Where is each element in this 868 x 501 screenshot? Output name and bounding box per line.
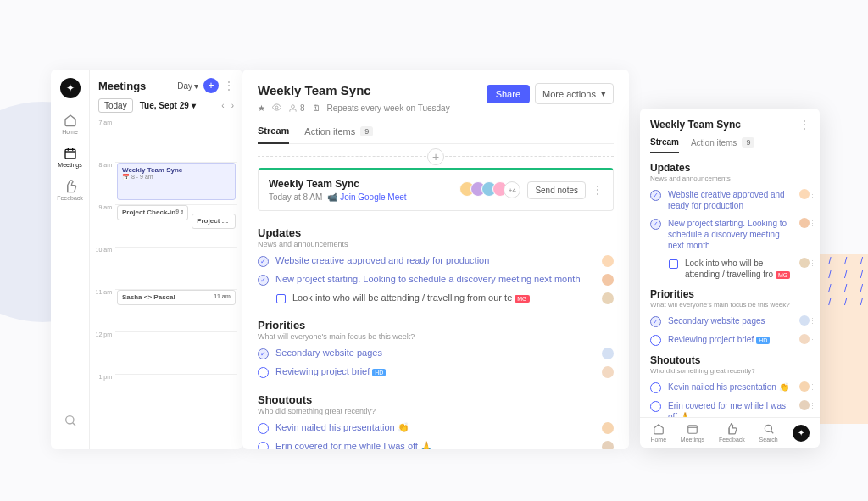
checkbox-icon[interactable]	[276, 294, 286, 303]
meeting-detail-panel: Weekly Team Sync ★ 8 🗓 Repeats every wee…	[242, 70, 629, 449]
session-menu-icon[interactable]: ⋮	[593, 184, 603, 196]
user-tag: HD	[372, 369, 386, 376]
checkbox-open-icon[interactable]	[650, 401, 661, 412]
checkbox-icon[interactable]	[669, 259, 678, 269]
today-button[interactable]: Today	[98, 98, 133, 113]
svg-point-6	[275, 106, 278, 109]
nav-search[interactable]	[64, 414, 77, 429]
item-menu-icon[interactable]: ⋮	[809, 383, 816, 392]
checkbox-open-icon[interactable]	[258, 367, 269, 378]
section-title: Updates	[650, 162, 810, 174]
nav-feedback[interactable]: Feedback	[57, 180, 83, 201]
event-sasha[interactable]: Sasha <> Pascal11 am	[117, 290, 236, 305]
tab-stream[interactable]: Stream	[258, 125, 289, 144]
mobile-nav-search[interactable]: Search	[760, 423, 778, 443]
item-menu-icon[interactable]: ⋮	[809, 317, 816, 326]
action-count-badge: 9	[742, 137, 754, 148]
avatar	[602, 441, 614, 449]
calendar-menu-icon[interactable]: ⋮	[224, 80, 234, 92]
next-day-button[interactable]: ›	[231, 101, 234, 110]
checkbox-done-icon[interactable]	[650, 219, 661, 230]
list-item[interactable]: Reviewing project briefHD	[258, 366, 614, 378]
app-logo[interactable]: ✦	[793, 425, 810, 442]
event-checkin[interactable]: Project Check-in9 am	[117, 205, 188, 220]
section-desc: Who did something great recently?	[258, 407, 614, 415]
event-weekly-sync[interactable]: Weekly Team Sync 📅 8 - 9 am	[117, 163, 236, 200]
mobile-title: Weekly Team Sync	[650, 119, 741, 131]
mobile-bottom-nav: Home Meetings Feedback Search ✦	[640, 417, 820, 448]
nav-meetings[interactable]: Meetings	[58, 147, 81, 168]
list-item[interactable]: Kevin nailed his presentation 👏 ⋮	[650, 381, 810, 393]
list-item[interactable]: Secondary website pages ⋮	[650, 315, 810, 327]
item-menu-icon[interactable]: ⋮	[809, 336, 816, 344]
share-button[interactable]: Share	[487, 85, 530, 103]
list-item[interactable]: Secondary website pages	[258, 348, 614, 359]
star-icon[interactable]: ★	[258, 103, 265, 113]
mobile-section-priorities: Priorities What will everyone's main foc…	[650, 288, 810, 346]
list-item[interactable]: Website creative approved and ready for …	[650, 189, 810, 211]
add-note-divider: +	[258, 156, 614, 158]
checkbox-open-icon[interactable]	[258, 442, 269, 449]
item-menu-icon[interactable]: ⋮	[809, 220, 816, 228]
view-mode-select[interactable]: Day ▾	[177, 81, 198, 91]
session-card[interactable]: Weekly Team Sync Today at 8 AM 📹 Join Go…	[258, 168, 614, 211]
checkbox-done-icon[interactable]	[258, 275, 269, 286]
list-item[interactable]: Erin covered for me while I was off 🙏	[258, 441, 614, 449]
user-tag: MG	[515, 295, 529, 303]
prev-day-button[interactable]: ‹	[221, 101, 224, 110]
time-label: 11 am	[93, 289, 115, 331]
checkbox-open-icon[interactable]	[650, 335, 661, 346]
attendee-count[interactable]: 8	[288, 103, 305, 113]
more-actions-button[interactable]: More actions ▾	[535, 83, 614, 104]
join-meet-link[interactable]: 📹 Join Google Meet	[327, 192, 406, 202]
avatar-more[interactable]: +4	[504, 181, 520, 198]
calendar-panel: ✦ Home Meetings Feedback Meetings	[51, 70, 242, 449]
section-title: Shoutouts	[258, 393, 614, 406]
user-tag: MG	[776, 271, 790, 279]
send-notes-button[interactable]: Send notes	[527, 181, 586, 199]
tab-action-items[interactable]: Action items 9	[304, 125, 373, 143]
checkbox-done-icon[interactable]	[650, 190, 661, 201]
date-selector[interactable]: Tue, Sept 29 ▾	[140, 101, 196, 110]
attendee-avatars[interactable]: +4	[459, 181, 520, 198]
checkbox-open-icon[interactable]	[650, 382, 661, 393]
checkbox-open-icon[interactable]	[258, 423, 269, 434]
repeat-icon: 🗓	[312, 103, 320, 113]
eye-icon[interactable]	[272, 103, 281, 114]
item-menu-icon[interactable]: ⋮	[809, 402, 816, 410]
mobile-nav-home[interactable]: Home	[650, 423, 666, 443]
event-kickoff[interactable]: Project X Kick...	[192, 214, 236, 229]
mobile-panel: Weekly Team Sync ⋮ Stream Action items 9…	[640, 109, 820, 448]
svg-point-10	[765, 425, 771, 431]
mobile-tab-stream[interactable]: Stream	[650, 137, 679, 153]
nav-home[interactable]: Home	[62, 114, 78, 135]
list-item[interactable]: Kevin nailed his presentation 👏	[258, 422, 614, 434]
list-item-sub[interactable]: Look into who will be attending / travel…	[258, 292, 614, 303]
time-label: 12 pm	[93, 331, 115, 374]
calendar-grid[interactable]: 7 am 8 am Weekly Team Sync 📅 8 - 9 am 9 …	[90, 120, 242, 449]
avatar	[602, 255, 614, 267]
checkbox-done-icon[interactable]	[258, 256, 269, 267]
list-item[interactable]: New project starting. Looking to schedul…	[650, 218, 810, 251]
list-item[interactable]: Erin covered for me while I was off 🙏 ⋮	[650, 400, 810, 417]
list-item[interactable]: Reviewing project briefHD ⋮	[650, 334, 810, 346]
mobile-tab-actions[interactable]: Action items 9	[691, 137, 754, 153]
svg-line-5	[72, 423, 75, 426]
list-item[interactable]: Website creative approved and ready for …	[258, 255, 614, 267]
item-menu-icon[interactable]: ⋮	[809, 191, 816, 199]
list-item-sub[interactable]: Look into who will be attending / travel…	[650, 258, 810, 280]
list-item[interactable]: New project starting. Looking to schedul…	[258, 274, 614, 286]
checkbox-done-icon[interactable]	[258, 348, 269, 359]
mobile-nav-feedback[interactable]: Feedback	[719, 423, 745, 443]
checkbox-done-icon[interactable]	[650, 316, 661, 327]
repeat-text: Repeats every week on Tuesday	[327, 103, 450, 113]
item-menu-icon[interactable]: ⋮	[809, 259, 816, 268]
time-label: 10 am	[93, 247, 115, 289]
left-nav: ✦ Home Meetings Feedback	[51, 70, 90, 449]
add-meeting-button[interactable]: +	[203, 78, 219, 93]
mobile-menu-icon[interactable]: ⋮	[799, 119, 810, 131]
mobile-nav-meetings[interactable]: Meetings	[681, 423, 704, 443]
add-note-button[interactable]: +	[427, 148, 444, 165]
app-logo[interactable]: ✦	[60, 78, 81, 98]
svg-line-11	[771, 431, 773, 433]
